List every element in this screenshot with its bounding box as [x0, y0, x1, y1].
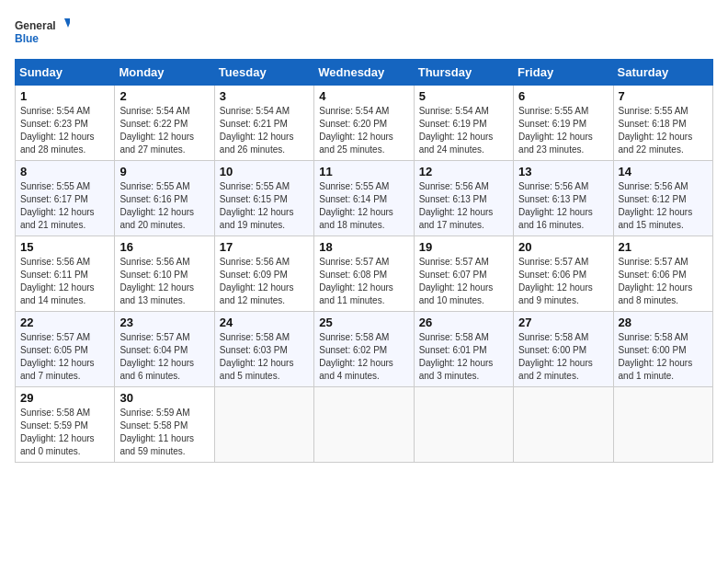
calendar-cell: 13Sunrise: 5:56 AMSunset: 6:13 PMDayligh…	[514, 161, 613, 236]
day-content: Sunrise: 5:54 AMSunset: 6:21 PMDaylight:…	[220, 105, 309, 156]
calendar-cell: 9Sunrise: 5:55 AMSunset: 6:16 PMDaylight…	[115, 161, 214, 236]
calendar-cell: 28Sunrise: 5:58 AMSunset: 6:00 PMDayligh…	[613, 312, 712, 387]
day-number: 4	[319, 89, 408, 103]
svg-marker-2	[64, 18, 70, 28]
calendar-cell: 19Sunrise: 5:57 AMSunset: 6:07 PMDayligh…	[414, 236, 513, 312]
day-number: 14	[619, 165, 708, 178]
day-content: Sunrise: 5:58 AMSunset: 5:59 PMDaylight:…	[20, 407, 109, 458]
calendar-cell: 11Sunrise: 5:55 AMSunset: 6:14 PMDayligh…	[314, 161, 414, 236]
day-number: 6	[518, 89, 608, 103]
day-number: 12	[419, 165, 508, 178]
calendar-cell	[214, 387, 313, 463]
day-content: Sunrise: 5:54 AMSunset: 6:20 PMDaylight:…	[319, 105, 408, 156]
calendar-cell: 30Sunrise: 5:59 AMSunset: 5:58 PMDayligh…	[115, 387, 214, 463]
day-content: Sunrise: 5:56 AMSunset: 6:09 PMDaylight:…	[220, 256, 309, 307]
calendar-cell: 20Sunrise: 5:57 AMSunset: 6:06 PMDayligh…	[514, 236, 613, 312]
calendar-cell: 10Sunrise: 5:55 AMSunset: 6:15 PMDayligh…	[214, 161, 313, 236]
calendar-cell: 16Sunrise: 5:56 AMSunset: 6:10 PMDayligh…	[115, 236, 214, 312]
day-content: Sunrise: 5:55 AMSunset: 6:18 PMDaylight:…	[619, 105, 708, 156]
calendar-cell: 18Sunrise: 5:57 AMSunset: 6:08 PMDayligh…	[314, 236, 414, 312]
day-number: 29	[20, 391, 109, 405]
calendar-cell: 17Sunrise: 5:56 AMSunset: 6:09 PMDayligh…	[214, 236, 313, 312]
day-content: Sunrise: 5:55 AMSunset: 6:19 PMDaylight:…	[518, 105, 608, 156]
calendar-cell	[514, 387, 613, 463]
calendar-cell: 24Sunrise: 5:58 AMSunset: 6:03 PMDayligh…	[214, 312, 313, 387]
day-number: 15	[20, 240, 109, 254]
day-number: 2	[119, 89, 209, 103]
logo: General Blue	[15, 15, 70, 52]
calendar-cell: 23Sunrise: 5:57 AMSunset: 6:04 PMDayligh…	[115, 312, 214, 387]
day-number: 21	[619, 240, 708, 254]
day-content: Sunrise: 5:57 AMSunset: 6:04 PMDaylight:…	[119, 331, 209, 383]
day-content: Sunrise: 5:56 AMSunset: 6:13 PMDaylight:…	[419, 180, 508, 232]
day-content: Sunrise: 5:54 AMSunset: 6:22 PMDaylight:…	[119, 105, 209, 156]
day-content: Sunrise: 5:57 AMSunset: 6:06 PMDaylight:…	[518, 256, 608, 307]
day-number: 24	[220, 316, 309, 329]
day-number: 20	[518, 240, 608, 254]
day-number: 23	[119, 316, 209, 329]
day-number: 13	[518, 165, 608, 178]
calendar-cell: 26Sunrise: 5:58 AMSunset: 6:01 PMDayligh…	[414, 312, 513, 387]
calendar-cell: 27Sunrise: 5:58 AMSunset: 6:00 PMDayligh…	[514, 312, 613, 387]
day-number: 8	[20, 165, 109, 178]
calendar-cell: 5Sunrise: 5:54 AMSunset: 6:19 PMDaylight…	[414, 86, 513, 161]
day-number: 25	[319, 316, 408, 329]
weekday-header-monday: Monday	[115, 60, 214, 86]
day-content: Sunrise: 5:55 AMSunset: 6:16 PMDaylight:…	[119, 180, 209, 232]
day-number: 26	[419, 316, 508, 329]
day-number: 22	[20, 316, 109, 329]
weekday-header-wednesday: Wednesday	[314, 60, 414, 86]
calendar-cell: 2Sunrise: 5:54 AMSunset: 6:22 PMDaylight…	[115, 86, 214, 161]
day-content: Sunrise: 5:56 AMSunset: 6:10 PMDaylight:…	[119, 256, 209, 307]
day-number: 5	[419, 89, 508, 103]
day-number: 3	[220, 89, 309, 103]
day-number: 7	[619, 89, 708, 103]
calendar-cell: 14Sunrise: 5:56 AMSunset: 6:12 PMDayligh…	[613, 161, 712, 236]
day-number: 18	[319, 240, 408, 254]
day-content: Sunrise: 5:58 AMSunset: 6:03 PMDaylight:…	[220, 331, 309, 383]
svg-text:General: General	[15, 19, 56, 32]
weekday-header-friday: Friday	[514, 60, 613, 86]
calendar-cell: 1Sunrise: 5:54 AMSunset: 6:23 PMDaylight…	[16, 86, 115, 161]
day-content: Sunrise: 5:54 AMSunset: 6:23 PMDaylight:…	[20, 105, 109, 156]
day-number: 9	[119, 165, 209, 178]
calendar-cell	[314, 387, 414, 463]
day-number: 30	[119, 391, 209, 405]
day-content: Sunrise: 5:58 AMSunset: 6:00 PMDaylight:…	[518, 331, 608, 383]
weekday-header-sunday: Sunday	[16, 60, 115, 86]
calendar-cell: 12Sunrise: 5:56 AMSunset: 6:13 PMDayligh…	[414, 161, 513, 236]
calendar-cell	[613, 387, 712, 463]
calendar-cell: 8Sunrise: 5:55 AMSunset: 6:17 PMDaylight…	[16, 161, 115, 236]
day-content: Sunrise: 5:58 AMSunset: 6:01 PMDaylight:…	[419, 331, 508, 383]
day-content: Sunrise: 5:56 AMSunset: 6:11 PMDaylight:…	[20, 256, 109, 307]
calendar-cell: 25Sunrise: 5:58 AMSunset: 6:02 PMDayligh…	[314, 312, 414, 387]
day-content: Sunrise: 5:58 AMSunset: 6:00 PMDaylight:…	[619, 331, 708, 383]
weekday-header-saturday: Saturday	[613, 60, 712, 86]
calendar-cell: 21Sunrise: 5:57 AMSunset: 6:06 PMDayligh…	[613, 236, 712, 312]
svg-text:Blue: Blue	[15, 32, 39, 45]
day-number: 17	[220, 240, 309, 254]
day-content: Sunrise: 5:57 AMSunset: 6:07 PMDaylight:…	[419, 256, 508, 307]
calendar-cell: 15Sunrise: 5:56 AMSunset: 6:11 PMDayligh…	[16, 236, 115, 312]
day-number: 28	[619, 316, 708, 329]
day-content: Sunrise: 5:55 AMSunset: 6:14 PMDaylight:…	[319, 180, 408, 232]
calendar-cell: 22Sunrise: 5:57 AMSunset: 6:05 PMDayligh…	[16, 312, 115, 387]
day-number: 10	[220, 165, 309, 178]
day-number: 16	[119, 240, 209, 254]
day-content: Sunrise: 5:59 AMSunset: 5:58 PMDaylight:…	[119, 407, 209, 458]
calendar-cell: 7Sunrise: 5:55 AMSunset: 6:18 PMDaylight…	[613, 86, 712, 161]
day-content: Sunrise: 5:56 AMSunset: 6:12 PMDaylight:…	[619, 180, 708, 232]
calendar-table: SundayMondayTuesdayWednesdayThursdayFrid…	[15, 59, 713, 463]
calendar-cell: 29Sunrise: 5:58 AMSunset: 5:59 PMDayligh…	[16, 387, 115, 463]
day-content: Sunrise: 5:57 AMSunset: 6:05 PMDaylight:…	[20, 331, 109, 383]
day-number: 11	[319, 165, 408, 178]
day-content: Sunrise: 5:55 AMSunset: 6:15 PMDaylight:…	[220, 180, 309, 232]
calendar-cell: 6Sunrise: 5:55 AMSunset: 6:19 PMDaylight…	[514, 86, 613, 161]
calendar-cell: 4Sunrise: 5:54 AMSunset: 6:20 PMDaylight…	[314, 86, 414, 161]
day-number: 19	[419, 240, 508, 254]
day-content: Sunrise: 5:57 AMSunset: 6:06 PMDaylight:…	[619, 256, 708, 307]
weekday-header-tuesday: Tuesday	[214, 60, 313, 86]
calendar-cell	[414, 387, 513, 463]
day-number: 27	[518, 316, 608, 329]
calendar-cell: 3Sunrise: 5:54 AMSunset: 6:21 PMDaylight…	[214, 86, 313, 161]
